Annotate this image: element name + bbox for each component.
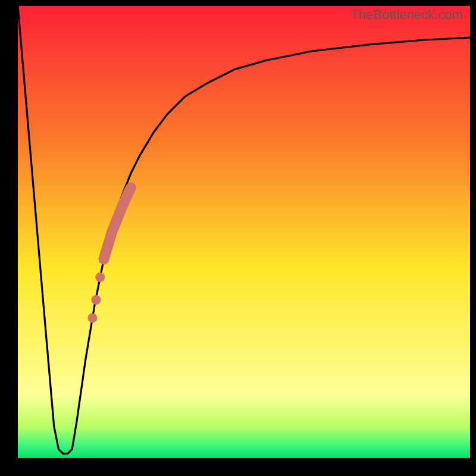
marker-dot [87, 313, 97, 322]
chart-frame: TheBottleneck.com [0, 0, 476, 476]
plot-area: TheBottleneck.com [18, 6, 470, 458]
marker-dot [92, 295, 101, 305]
marker-dot [95, 273, 105, 282]
gradient-background [18, 6, 470, 458]
chart-svg [18, 6, 470, 458]
